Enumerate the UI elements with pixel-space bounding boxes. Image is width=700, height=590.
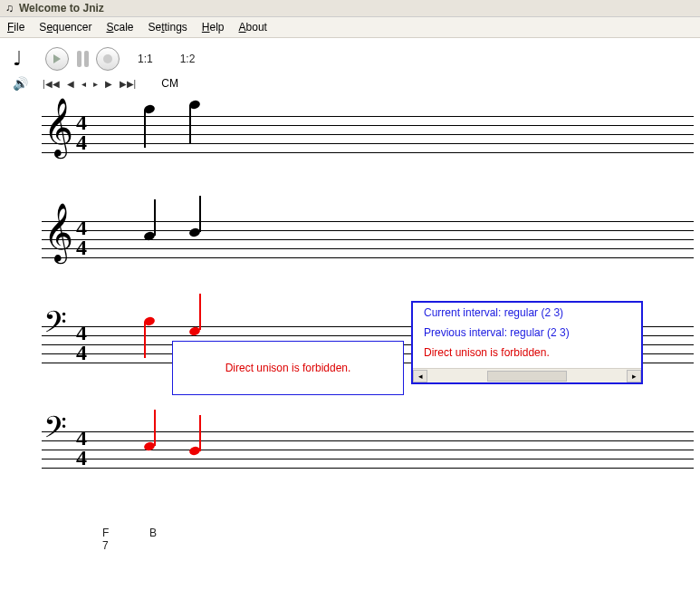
analysis-panel: Current interval: regular (2 3) Previous…	[411, 301, 643, 384]
score-area[interactable]: 𝄞 44 𝄞 44 𝄢 44 𝄢 44	[0, 96, 700, 477]
time-signature: 44	[76, 324, 87, 363]
chord-root: B	[149, 527, 157, 539]
note-stem	[199, 196, 201, 232]
chord-root: F	[102, 527, 109, 539]
bass-clef-icon: 𝄢	[43, 413, 67, 450]
note-stem	[144, 322, 146, 358]
rewind-button[interactable]: ◀	[65, 79, 76, 89]
staff-lines	[42, 221, 694, 266]
record-button[interactable]	[96, 47, 120, 71]
note-stem	[154, 410, 156, 446]
time-signature: 44	[76, 429, 87, 469]
rewind-full-button[interactable]: |◀◀	[41, 79, 62, 89]
panel-error: Direct unison is forbidden.	[413, 343, 641, 363]
note-stem	[154, 199, 156, 236]
stave-4[interactable]: 𝄢 44	[42, 422, 694, 477]
panel-current-interval: Current interval: regular (2 3)	[413, 303, 641, 323]
chord-label-2: B	[149, 527, 157, 539]
step-back-button[interactable]: ◂	[80, 79, 88, 89]
staff-lines	[42, 116, 694, 161]
titlebar: ♫ Welcome to Jniz	[0, 0, 700, 17]
scroll-thumb[interactable]	[487, 371, 567, 382]
scroll-track[interactable]	[427, 370, 627, 382]
note-stem	[189, 105, 191, 143]
scroll-left-button[interactable]: ◂	[413, 370, 427, 382]
bass-clef-icon: 𝄢	[43, 308, 67, 344]
staff-lines	[42, 431, 694, 477]
key-label: CM	[161, 77, 178, 90]
note-value-icon[interactable]: ♩	[13, 47, 22, 71]
note-stem	[144, 110, 146, 148]
menu-settings[interactable]: Settings	[148, 21, 187, 34]
note-stem	[199, 294, 201, 330]
stave-1[interactable]: 𝄞 44	[42, 107, 694, 161]
toolbar: ♩ 1:1 1:2	[0, 38, 700, 74]
panel-scrollbar[interactable]: ◂ ▸	[413, 368, 641, 382]
menu-file[interactable]: File	[7, 21, 24, 34]
pause-button[interactable]	[74, 48, 91, 70]
time-signature: 44	[76, 218, 87, 258]
step-fwd-button[interactable]: ▸	[91, 79, 100, 89]
play-button[interactable]	[45, 47, 69, 71]
menu-sequencer[interactable]: Sequencer	[39, 21, 91, 34]
menubar: File Sequencer Scale Settings Help About	[0, 17, 700, 38]
volume-icon[interactable]: 🔊	[13, 76, 28, 91]
stave-2[interactable]: 𝄞 44	[42, 212, 694, 266]
window-title: Welcome to Jniz	[19, 2, 104, 15]
error-tooltip: Direct unison is forbidden.	[172, 341, 404, 395]
treble-clef-icon: 𝄞	[43, 102, 73, 152]
menu-scale[interactable]: Scale	[106, 21, 133, 34]
forward-button[interactable]: ▶	[103, 79, 114, 89]
scroll-right-button[interactable]: ▸	[627, 370, 641, 382]
forward-full-button[interactable]: ▶▶|	[118, 79, 139, 89]
note-stem	[199, 415, 201, 451]
time-signature: 44	[76, 113, 87, 153]
treble-clef-icon: 𝄞	[43, 207, 73, 257]
svg-marker-0	[53, 54, 61, 63]
chord-quality: 7	[102, 539, 109, 552]
panel-previous-interval: Previous interval: regular (2 3)	[413, 323, 641, 343]
position-2: 1:2	[180, 53, 196, 65]
transport-bar: 🔊 |◀◀ ◀ ◂ ▸ ▶ ▶▶| CM	[0, 74, 700, 96]
menu-help[interactable]: Help	[202, 21, 225, 34]
menu-about[interactable]: About	[239, 21, 267, 34]
position-1: 1:1	[138, 53, 153, 65]
chord-label-1: F 7	[102, 527, 109, 552]
tooltip-text: Direct unison is forbidden.	[225, 362, 351, 374]
app-icon: ♫	[5, 2, 14, 15]
